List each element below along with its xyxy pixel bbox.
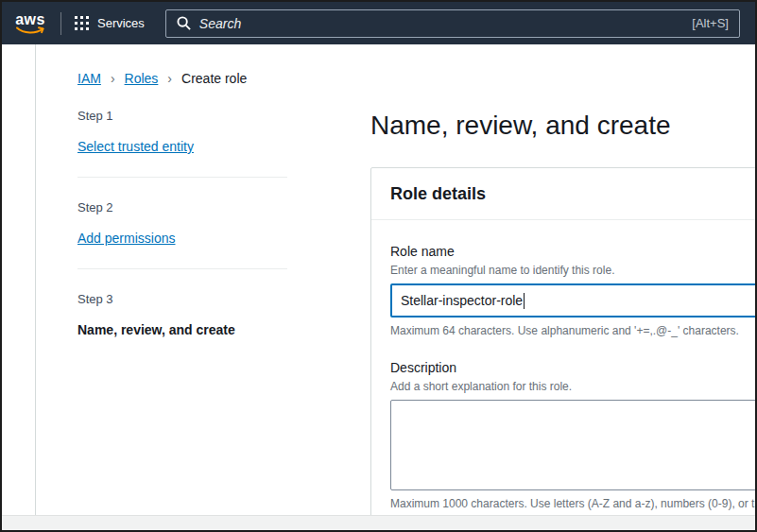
card-title: Role details (390, 184, 486, 203)
breadcrumb-current: Create role (181, 69, 247, 88)
topbar-divider (60, 12, 61, 35)
global-search-input[interactable]: Search [Alt+S] (165, 9, 740, 38)
description-label: Description (390, 359, 755, 376)
step-1-link[interactable]: Select trusted entity (77, 138, 194, 155)
wizard-step-2: Step 2 Add permissions (77, 200, 287, 247)
role-details-card: Role details Role name Enter a meaningfu… (370, 167, 755, 515)
services-label: Services (97, 16, 145, 30)
step-1-label: Step 1 (77, 109, 287, 124)
description-field: Description Add a short explanation for … (390, 359, 755, 511)
search-placeholder: Search (199, 16, 683, 31)
wizard-step-1: Step 1 Select trusted entity (77, 109, 287, 155)
breadcrumb-separator-icon: › (167, 69, 172, 88)
services-grid-icon (75, 16, 89, 30)
role-name-value: Stellar-inspector-role (401, 293, 523, 308)
main-content: Name, review, and create Role details Ro… (370, 109, 755, 515)
services-menu-button[interactable]: Services (75, 16, 145, 30)
columns: Step 1 Select trusted entity Step 2 Add … (77, 109, 755, 515)
aws-logo-text: aws (15, 12, 45, 26)
step-2-label: Step 2 (77, 200, 287, 215)
description-constraint: Maximum 1000 characters. Use letters (A-… (390, 496, 755, 511)
card-body: Role name Enter a meaningful name to ide… (371, 220, 755, 515)
role-name-input[interactable]: Stellar-inspector-role (390, 283, 755, 317)
text-cursor (524, 293, 525, 309)
breadcrumb: IAM › Roles › Create role (77, 69, 755, 88)
wizard-steps: Step 1 Select trusted entity Step 2 Add … (77, 109, 287, 338)
card-header: Role details (371, 168, 755, 220)
top-nav: aws Services Search [Alt+S] (2, 2, 755, 44)
search-icon (177, 16, 191, 30)
breadcrumb-separator-icon: › (111, 69, 115, 88)
step-3-current: Name, review, and create (77, 322, 235, 337)
aws-smile-icon (15, 26, 45, 35)
breadcrumb-link-roles[interactable]: Roles (125, 69, 159, 88)
role-name-constraint: Maximum 64 characters. Use alphanumeric … (390, 323, 755, 338)
role-name-label: Role name (390, 243, 755, 260)
role-name-help: Enter a meaningful name to identify this… (390, 263, 755, 278)
role-name-field: Role name Enter a meaningful name to ide… (390, 243, 755, 338)
wizard-step-3: Step 3 Name, review, and create (77, 292, 287, 338)
step-divider (77, 268, 287, 269)
description-help: Add a short explanation for this role. (390, 379, 755, 394)
search-shortcut-hint: [Alt+S] (692, 16, 729, 30)
side-nav-rail[interactable] (2, 44, 36, 515)
page: IAM › Roles › Create role Step 1 Select … (36, 44, 755, 515)
breadcrumb-link-iam[interactable]: IAM (77, 69, 101, 88)
step-divider (77, 177, 287, 178)
page-title: Name, review, and create (370, 109, 755, 143)
aws-logo[interactable]: aws (15, 12, 45, 35)
bottom-strip (2, 515, 755, 530)
description-input[interactable] (390, 400, 755, 490)
content-area: IAM › Roles › Create role Step 1 Select … (2, 44, 755, 515)
step-2-link[interactable]: Add permissions (77, 230, 176, 247)
step-3-label: Step 3 (77, 292, 287, 307)
